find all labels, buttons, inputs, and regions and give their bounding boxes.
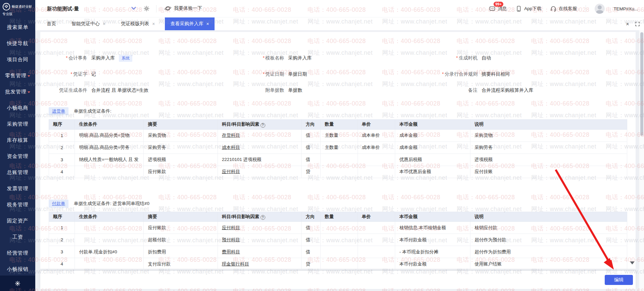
subject-link[interactable]: 预付科目 <box>222 237 240 242</box>
sidebar-item-工资[interactable]: 工资 <box>0 229 35 245</box>
help-icon[interactable]: ? <box>261 123 265 128</box>
table-cell: 明细.商品.商品分类=劳务 <box>75 141 144 154</box>
table-cell: 预付科目 <box>218 234 302 246</box>
column-header-生效条件: 生效条件 <box>75 120 144 130</box>
messages-button[interactable]: 消息 99+ <box>489 5 507 12</box>
section-condition: 单据生成凭证条件: 进货单同单现结≠0 <box>74 201 149 207</box>
table-cell: 22210101 进项税额 <box>218 154 302 166</box>
table-cell: 借 <box>302 129 321 141</box>
chevron-down-icon[interactable] <box>131 7 136 10</box>
table-cell <box>75 222 144 234</box>
sidebar-item-项目合同[interactable]: 项目合同 <box>0 51 35 68</box>
sidebar-item-小畅电商[interactable]: 小畅电商 <box>0 100 35 116</box>
sidebar-item-搜索菜单[interactable]: 搜索菜单 <box>0 19 35 35</box>
sidebar-item-label: 小畅报销 <box>7 266 29 273</box>
table-cell: 贷 <box>302 166 321 178</box>
table-row: 2明细.商品.商品分类=劳务采购劳务成本科目借主数量成本单价成本金额采购劳务 <box>49 141 627 154</box>
required-asterisk: * <box>456 55 458 60</box>
table-cell: 借 <box>302 234 321 246</box>
table-cell: 应付账款 <box>144 166 218 178</box>
table-cell: 借 <box>302 141 321 154</box>
subject-link[interactable]: 存货科目 <box>222 133 240 138</box>
tab-智能凭证中心[interactable]: 智能凭证中心× <box>66 17 111 30</box>
sidebar-item-采购管理[interactable]: 采购管理 <box>0 116 35 132</box>
sidebar-item-经营管理[interactable]: 经营管理 <box>0 245 35 261</box>
subject-link[interactable]: 费用科目 <box>222 249 240 254</box>
table-row: 3付款单.现金折扣≠0折扣费用费用科目借- 本币现金折扣分摊超付作为折扣费用 <box>49 246 627 258</box>
table-cell: 超付作为预付款 <box>470 234 627 246</box>
sidebar-item-发票管理[interactable]: 发票管理 <box>0 180 35 197</box>
subject-link[interactable]: 成本科目 <box>222 145 240 150</box>
edit-button[interactable]: 编辑 <box>605 275 633 285</box>
tab-close-icon[interactable]: × <box>206 22 209 26</box>
settings-icon[interactable] <box>15 281 20 286</box>
vertical-scrollbar[interactable] <box>639 30 644 291</box>
support-button[interactable]: 在线客服 <box>550 5 577 12</box>
sidebar-item-快捷导航[interactable]: 快捷导航 <box>0 35 35 51</box>
subject-link[interactable]: 现金银行科目 <box>222 261 249 266</box>
form-field-生成时机: *生成时机自动 <box>430 50 627 66</box>
phone-icon <box>515 5 522 12</box>
field-label: *生成时机 <box>430 55 477 61</box>
experience-link[interactable]: 我要体验一下 <box>164 5 202 12</box>
rule-sections: 进货单单据生成凭证条件:顺序生效条件摘要科目/科目影响因素?方向数量单价本币金额… <box>49 107 627 269</box>
sidebar-item-label: 批发管理 <box>5 89 27 95</box>
tab-首页[interactable]: 首页 <box>41 17 61 30</box>
doc-section-进货单: 进货单单据生成凭证条件:顺序生效条件摘要科目/科目影响因素?方向数量单价本币金额… <box>49 107 627 178</box>
company-selector[interactable]: 新功能测试-量 <box>47 6 79 12</box>
table-cell: 本币付款金额 <box>395 258 470 269</box>
footer-action-bar: 编辑 <box>40 271 636 289</box>
tab-凭证模版列表[interactable]: 凭证模版列表× <box>116 17 160 30</box>
table-cell <box>75 258 144 269</box>
sidebar-item-零售管理[interactable]: 零售管理 <box>0 68 35 84</box>
tab-close-icon[interactable]: × <box>152 22 155 26</box>
help-icon[interactable]: ? <box>261 215 265 220</box>
app-download-button[interactable]: App下载 <box>515 5 541 12</box>
table-cell: 采购劳务 <box>144 141 218 154</box>
subject-link[interactable]: 应付科目 <box>222 225 240 230</box>
sidebar: 畅捷通好业财 专业版 搜索菜单快捷导航项目合同零售管理批发管理小畅电商采购管理库… <box>0 0 35 291</box>
scroll-down-arrow-icon[interactable] <box>630 261 635 264</box>
sidebar-item-固定资产[interactable]: 固定资产 <box>0 213 35 229</box>
experience-label: 我要体验一下 <box>174 5 202 11</box>
doc-type-chip[interactable]: 进货单 <box>49 107 68 115</box>
table-cell: 超付作为折扣费用 <box>470 246 627 258</box>
field-value: 单据数 <box>288 87 302 93</box>
doc-type-chip[interactable]: 付款单 <box>49 200 68 208</box>
sidebar-item-税务管理[interactable]: 税务管理 <box>0 197 35 213</box>
close-icon[interactable]: × <box>626 21 629 27</box>
column-header-本币金额: 本币金额 <box>395 120 470 130</box>
field-value: 采购并入库 <box>91 55 115 61</box>
avatar[interactable] <box>595 4 605 14</box>
sidebar-item-总账管理[interactable]: 总账管理 <box>0 164 35 180</box>
required-asterisk: * <box>442 71 444 77</box>
table-cell: 付款单.现金折扣≠0 <box>75 246 144 258</box>
template-form: *会计事务采购并入库系统*模板名称采购并入库*生成时机自动*凭证字记*凭证日期单… <box>49 32 627 98</box>
topbar: 新功能测试-量 我要体验一下 消息 <box>35 0 644 17</box>
scrollbar-thumb[interactable] <box>640 32 643 136</box>
subject-link[interactable]: 应付科目 <box>222 169 240 174</box>
current-user[interactable]: TEMP#Xu... <box>613 6 638 11</box>
app-logo[interactable]: 畅捷通好业财 <box>0 0 35 11</box>
table-row: 1明细.商品.商品分类=货物采购货物存货科目借主数量成本单价成本金额采购货物 <box>49 129 627 141</box>
tab-查看采购并入库[interactable]: 查看采购并入库× <box>165 17 214 30</box>
required-asterisk: * <box>66 55 67 60</box>
sidebar-item-库存核算[interactable]: 库存核算 <box>0 132 35 148</box>
table-cell: 核销应付款 <box>470 222 627 234</box>
sidebar-item-label: 搜索菜单 <box>7 24 29 31</box>
sidebar-item-label: 总账管理 <box>7 169 29 176</box>
field-label: 凭证生成条件 <box>49 87 87 93</box>
sidebar-item-资金管理[interactable]: 资金管理 <box>0 148 35 164</box>
sidebar-item-批发管理[interactable]: 批发管理 <box>0 84 35 100</box>
sidebar-item-小畅报销[interactable]: 小畅报销 <box>0 261 35 277</box>
table-cell: 核销信息.本币核销金额 <box>395 222 470 234</box>
tab-close-icon[interactable]: × <box>103 22 105 26</box>
voucher-rules-table: 顺序生效条件摘要科目/科目影响因素?方向数量单价本币金额说明1应付账款应付科目借… <box>49 212 627 269</box>
sidebar-item-label: 发票管理 <box>7 185 29 192</box>
sidebar-item-label: 工资 <box>12 234 23 240</box>
table-cell: 3 <box>49 246 75 258</box>
gear-icon[interactable] <box>143 5 150 12</box>
field-label: *模板名称 <box>234 55 284 61</box>
field-label: 备注 <box>430 87 477 93</box>
fullscreen-icon[interactable] <box>635 22 640 27</box>
